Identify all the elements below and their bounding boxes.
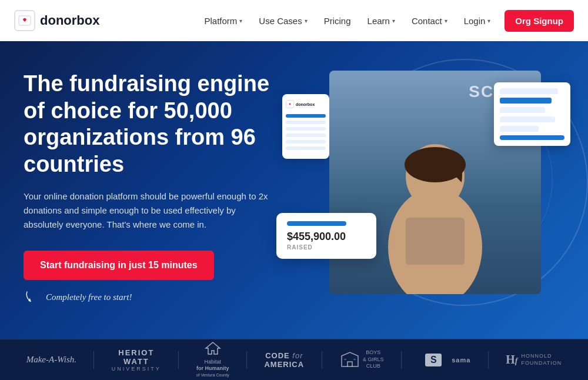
partner-honnold: Hf HONNOLDFOUNDATION: [506, 353, 562, 366]
form-row-5: [500, 126, 539, 132]
hero-left: The fundraising engine of choice for 50,…: [24, 71, 294, 306]
hero-heading: The fundraising engine of choice for 50,…: [24, 71, 294, 178]
divider-2: [178, 351, 179, 369]
mini-logo-text: donorbox: [296, 102, 315, 106]
partner-sama: S sama: [419, 352, 470, 368]
logo-icon: [14, 10, 35, 31]
raised-label: RAISED: [287, 244, 366, 251]
divider-4: [322, 351, 322, 369]
signup-button[interactable]: Org Signup: [505, 10, 574, 32]
habitat-icon: [205, 341, 221, 355]
nav-contact[interactable]: Contact▾: [405, 11, 455, 31]
raised-card: $455,900.00 RAISED: [276, 213, 376, 259]
partner-heriot-watt: HERIOTWATT UNIVERSITY: [112, 348, 161, 372]
form-row-4: [500, 116, 555, 122]
divider-3: [246, 351, 247, 369]
divider-5: [401, 351, 402, 369]
honnold-text: HONNOLDFOUNDATION: [521, 353, 562, 366]
free-note-container: Completely free to start!: [24, 288, 294, 306]
honnold-hf-logo: Hf: [506, 353, 517, 366]
cta-button[interactable]: Start fundraising in just 15 minutes: [24, 251, 214, 280]
form-row-1: [500, 88, 558, 94]
logo-text: donorbox: [40, 13, 99, 28]
raised-amount: $455,900.00: [287, 231, 366, 243]
sama-text: sama: [452, 356, 470, 364]
nav-platform[interactable]: Platform▾: [197, 11, 249, 31]
logo-link[interactable]: donorbox: [14, 10, 99, 31]
nav-learn[interactable]: Learn▾: [360, 11, 402, 31]
boys-girls-text: BOYS& GIRLSCLUB: [363, 349, 384, 370]
form-panel: [494, 82, 570, 146]
partner-habitat: Habitatfor Humanityof Ventura County: [196, 341, 229, 378]
hero-subtext: Your online donation platform should be …: [24, 189, 270, 232]
nav-pricing[interactable]: Pricing: [317, 11, 358, 31]
sama-logo: S: [419, 352, 448, 368]
nav-use-cases[interactable]: Use Cases▾: [252, 11, 314, 31]
divider-1: [93, 351, 94, 369]
navbar: donorbox Platform▾ Use Cases▾ Pricing Le…: [0, 0, 588, 41]
form-row-3: [500, 107, 545, 113]
arrow-icon: [24, 288, 41, 306]
child-silhouette-svg: [353, 82, 517, 294]
code-america-logo: CODE for AMERICA: [264, 351, 304, 369]
divider-6: [488, 351, 489, 369]
boys-girls-icon: [339, 351, 360, 369]
nav-login[interactable]: Login▾: [457, 11, 498, 31]
habitat-text: Habitatfor Humanityof Ventura County: [196, 359, 229, 378]
make-a-wish-logo: Make-A-Wish.: [26, 355, 76, 365]
raised-progress-bar: [287, 221, 346, 226]
form-row-2: [500, 98, 552, 104]
heriot-watt-logo: HERIOTWATT UNIVERSITY: [112, 348, 161, 372]
nav-menu: Platform▾ Use Cases▾ Pricing Learn▾ Cont…: [197, 10, 574, 32]
form-btn: [500, 135, 564, 140]
partner-boys-girls-club: BOYS& GIRLSCLUB: [339, 349, 384, 370]
hero-section: The fundraising engine of choice for 50,…: [0, 41, 588, 339]
svg-rect-4: [406, 218, 465, 265]
partner-make-a-wish: Make-A-Wish.: [26, 355, 76, 365]
hero-illustration: donorbox SCHOO: [294, 71, 564, 294]
partner-code-for-america: CODE for AMERICA: [264, 351, 304, 369]
partners-bar: Make-A-Wish. HERIOTWATT UNIVERSITY Habit…: [0, 339, 588, 380]
free-text: Completely free to start!: [46, 292, 132, 302]
